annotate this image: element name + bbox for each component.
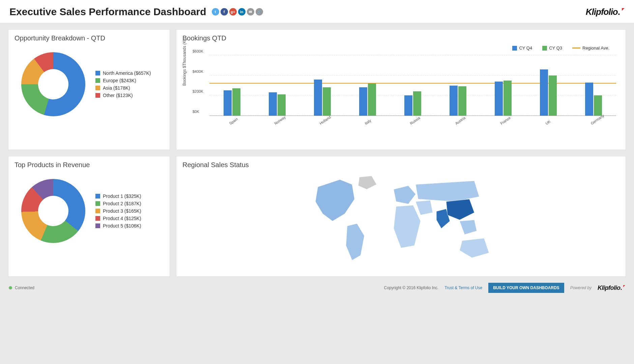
legend-row: Other ($123K) xyxy=(95,93,151,98)
bar[interactable] xyxy=(368,84,376,116)
legend-row: CY Q3 xyxy=(542,46,562,51)
legend-row: Product 4 ($125K) xyxy=(95,216,141,221)
link-icon[interactable]: 🔗 xyxy=(256,8,263,16)
y-tick: $400K xyxy=(193,69,203,73)
legend-row: Asia ($178K) xyxy=(95,85,151,91)
y-tick: $200K xyxy=(193,89,203,93)
dashboard-grid: Opportunity Breakdown - QTD North Americ… xyxy=(0,23,634,279)
bar-group: Germany xyxy=(571,55,616,116)
bar[interactable] xyxy=(549,75,557,116)
powered-by-text: Powered by xyxy=(570,285,592,290)
copyright-text: Copyright © 2016 Klipfolio Inc. xyxy=(384,285,439,290)
bar[interactable] xyxy=(450,86,458,116)
email-icon[interactable]: ✉ xyxy=(247,8,254,16)
legend-row: Product 2 ($187K) xyxy=(95,201,141,206)
terms-link[interactable]: Trust & Terms of Use xyxy=(444,285,482,290)
card-map: Regional Sales Status xyxy=(176,156,626,277)
facebook-icon[interactable]: f xyxy=(221,8,228,16)
world-map[interactable] xyxy=(182,172,619,270)
legend-row: North America ($657K) xyxy=(95,70,151,76)
x-tick: France xyxy=(499,116,511,125)
card-bookings: Bookings QTD CY Q4CY Q3Regional Ave. Boo… xyxy=(176,29,626,150)
bar-group: Austria xyxy=(435,55,481,116)
bar[interactable] xyxy=(359,87,367,116)
legend-label: Product 2 ($187K) xyxy=(103,201,141,206)
google-plus-icon[interactable]: g+ xyxy=(229,8,237,16)
card-title: Bookings QTD xyxy=(182,34,619,42)
bar[interactable] xyxy=(269,92,277,116)
legend-label: Product 3 ($165K) xyxy=(103,208,141,214)
bar[interactable] xyxy=(278,94,286,116)
bar-group: Russia xyxy=(390,55,435,116)
bar-plot: $0K$200K$400K$600KSpainNorwayHollandItal… xyxy=(209,55,616,116)
bar[interactable] xyxy=(503,81,512,116)
legend-swatch xyxy=(542,46,547,51)
bar[interactable] xyxy=(458,86,466,116)
legend-label: Europe ($243K) xyxy=(103,78,136,83)
card-products: Top Products in Revenue Product 1 ($325K… xyxy=(8,156,170,277)
legend-label: Product 5 ($106K) xyxy=(103,223,141,229)
legend-opportunity: North America ($657K)Europe ($243K)Asia … xyxy=(95,70,151,98)
bar-group: Holland xyxy=(300,55,345,116)
legend-row: Product 5 ($106K) xyxy=(95,223,141,229)
linkedin-icon[interactable]: in xyxy=(238,8,246,16)
opportunity-chart[interactable]: North America ($657K)Europe ($243K)Asia … xyxy=(15,46,164,116)
legend-label: Product 1 ($325K) xyxy=(103,193,141,199)
legend-row: Regional Ave. xyxy=(572,46,609,51)
bar[interactable] xyxy=(224,90,232,116)
legend-swatch xyxy=(95,86,100,90)
footer-left: Connected xyxy=(9,285,34,290)
bar[interactable] xyxy=(413,91,421,116)
footer-right: Copyright © 2016 Klipfolio Inc. Trust & … xyxy=(384,283,625,293)
legend-row: Product 1 ($325K) xyxy=(95,193,141,199)
legend-row: Product 3 ($165K) xyxy=(95,208,141,214)
legend-swatch xyxy=(95,71,100,75)
status-dot-icon xyxy=(9,286,12,290)
y-tick: $600K xyxy=(193,49,203,53)
bookings-chart[interactable]: Bookings $Thousands (K) $0K$200K$400K$60… xyxy=(182,52,619,143)
build-dashboards-button[interactable]: BUILD YOUR OWN DASHBOARDS xyxy=(488,283,564,293)
legend-products: Product 1 ($325K)Product 2 ($187K)Produc… xyxy=(95,193,141,229)
page-title: Executive Sales Performance Dashboard xyxy=(9,6,206,18)
x-tick: Russia xyxy=(409,116,421,125)
world-map-svg xyxy=(273,172,529,270)
bar[interactable] xyxy=(232,88,240,116)
status-text: Connected xyxy=(15,285,34,290)
card-title: Top Products in Revenue xyxy=(15,161,164,169)
legend-swatch xyxy=(95,209,100,213)
card-title: Opportunity Breakdown - QTD xyxy=(15,34,164,42)
header-left: Executive Sales Performance Dashboard t … xyxy=(9,6,263,18)
bookings-legend: CY Q4CY Q3Regional Ave. xyxy=(182,46,619,52)
products-chart[interactable]: Product 1 ($325K)Product 2 ($187K)Produc… xyxy=(15,172,164,243)
legend-label: Other ($123K) xyxy=(103,93,133,98)
bar-group: Norway xyxy=(255,55,300,116)
bar[interactable] xyxy=(495,82,503,116)
donut-products xyxy=(21,179,85,243)
bar[interactable] xyxy=(404,95,412,116)
x-tick: Italy xyxy=(364,118,372,125)
legend-label: Asia ($178K) xyxy=(103,85,130,91)
legend-swatch xyxy=(95,78,100,83)
legend-swatch xyxy=(95,194,100,199)
bar[interactable] xyxy=(314,80,322,116)
legend-label: Regional Ave. xyxy=(582,46,609,51)
bar-group: Spain xyxy=(209,55,255,116)
bar[interactable] xyxy=(594,95,602,116)
bar-group: UK xyxy=(526,55,571,116)
legend-swatch xyxy=(512,46,517,51)
twitter-icon[interactable]: t xyxy=(212,8,219,16)
y-tick: $0K xyxy=(193,110,199,114)
bar[interactable] xyxy=(540,69,548,116)
legend-swatch xyxy=(95,201,100,206)
brand-logo-small: Klipfolio. xyxy=(598,284,625,292)
brand-logo: Klipfolio. xyxy=(586,7,625,17)
donut-opportunity xyxy=(21,52,85,116)
bar[interactable] xyxy=(585,83,593,116)
legend-swatch xyxy=(95,216,100,221)
legend-label: North America ($657K) xyxy=(103,70,151,76)
bar-group: Italy xyxy=(345,55,390,116)
legend-swatch xyxy=(95,223,100,228)
bar[interactable] xyxy=(323,87,331,116)
y-axis-label: Bookings $Thousands (K) xyxy=(182,39,187,86)
legend-row: CY Q4 xyxy=(512,46,532,51)
